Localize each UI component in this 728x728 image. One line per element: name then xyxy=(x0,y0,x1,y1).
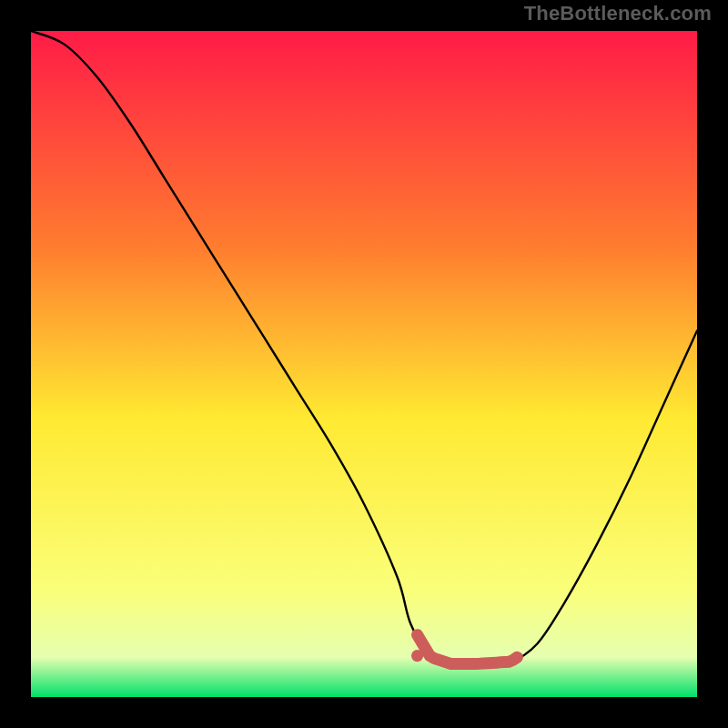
gradient-background xyxy=(31,31,697,697)
watermark-label: TheBottleneck.com xyxy=(524,2,712,25)
chart-frame: TheBottleneck.com xyxy=(0,0,728,728)
optimal-point-marker xyxy=(411,650,423,662)
plot-area xyxy=(31,31,697,697)
plot-svg xyxy=(31,31,697,697)
